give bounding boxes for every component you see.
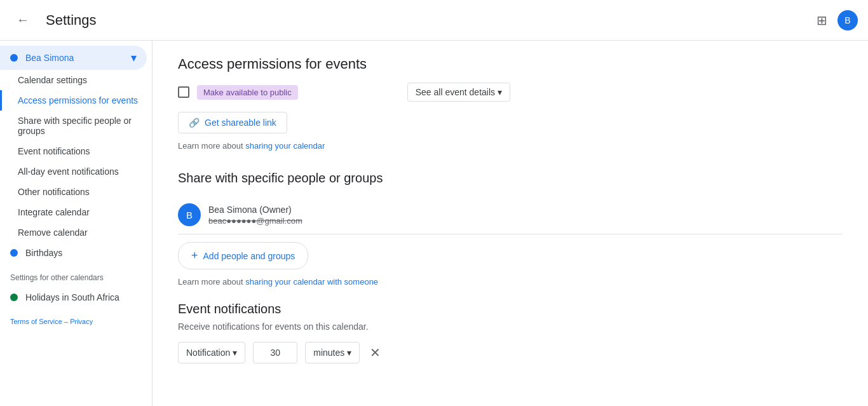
sidebar-birthdays-label: Birthdays — [25, 248, 62, 258]
notification-type-dropdown[interactable]: Notification ▾ — [178, 342, 245, 363]
privacy-link[interactable]: Privacy — [70, 318, 93, 325]
share-section: Share with specific people or groups B B… — [178, 171, 843, 287]
header-left: ← Settings — [10, 8, 97, 33]
learn-more-sharing: Learn more about sharing your calendar — [178, 141, 843, 151]
sidebar-item-allday-notifications[interactable]: All-day event notifications — [0, 161, 152, 182]
sidebar-item-other-notifications[interactable]: Other notifications — [0, 182, 152, 202]
page-title: Settings — [46, 12, 97, 29]
chevron-down-icon: ▾ — [131, 51, 137, 65]
sidebar: Bea Simona ▾ Calendar settings Access pe… — [0, 41, 153, 406]
sidebar-section-other-calendars: Settings for other calendars — [0, 263, 152, 287]
notifications-description: Receive notifications for events on this… — [178, 321, 843, 332]
sidebar-item-calendar-settings[interactable]: Calendar settings — [0, 70, 152, 90]
notification-minutes-input[interactable]: 30 — [253, 342, 297, 363]
avatar[interactable]: B — [837, 10, 858, 30]
access-permissions-title: Access permissions for events — [178, 56, 843, 72]
person-row-owner: B Bea Simona (Owner) beac●●●●●●@gmail.co… — [178, 196, 843, 234]
header-right: ⊞ B — [811, 8, 858, 33]
body: Bea Simona ▾ Calendar settings Access pe… — [0, 41, 868, 406]
header: ← Settings ⊞ B — [0, 0, 868, 41]
notification-unit-dropdown[interactable]: minutes ▾ — [305, 342, 360, 363]
back-button[interactable]: ← — [10, 8, 36, 33]
make-public-checkbox[interactable] — [178, 86, 189, 98]
sharing-with-someone-link[interactable]: sharing your calendar with someone — [245, 277, 378, 287]
sidebar-user-bea-simona[interactable]: Bea Simona ▾ — [0, 46, 147, 70]
sidebar-item-access-permissions[interactable]: Access permissions for events — [0, 90, 152, 111]
chevron-down-icon: ▾ — [233, 348, 237, 358]
owner-avatar: B — [178, 203, 201, 226]
event-details-dropdown-label: See all event details — [416, 87, 495, 97]
public-checkbox-row: Make available to public See all event d… — [178, 83, 843, 102]
sharing-calendar-link[interactable]: sharing your calendar — [245, 141, 325, 151]
notifications-section: Event notifications Receive notification… — [178, 302, 843, 363]
owner-name: Bea Simona (Owner) — [208, 205, 302, 215]
event-details-dropdown[interactable]: See all event details ▾ — [407, 83, 510, 102]
sidebar-item-holidays[interactable]: Holidays in South Africa — [0, 287, 152, 308]
owner-email: beac●●●●●●@gmail.com — [208, 216, 302, 226]
notification-row: Notification ▾ 30 minutes ▾ ✕ — [178, 342, 843, 363]
sidebar-item-remove-calendar[interactable]: Remove calendar — [0, 222, 152, 243]
learn-more-sharing-someone: Learn more about sharing your calendar w… — [178, 277, 843, 287]
main-content: Access permissions for events Make avail… — [153, 41, 868, 406]
chevron-down-icon: ▾ — [498, 87, 502, 97]
remove-notification-button[interactable]: ✕ — [367, 342, 383, 363]
sidebar-footer: Terms of Service – Privacy — [0, 308, 152, 335]
terms-of-service-link[interactable]: Terms of Service — [10, 318, 62, 325]
notification-unit-label: minutes — [313, 348, 344, 358]
user-dot-icon — [10, 54, 18, 62]
plus-icon: + — [191, 249, 198, 262]
owner-info: Bea Simona (Owner) beac●●●●●●@gmail.com — [208, 205, 302, 226]
access-permissions-section: Access permissions for events Make avail… — [178, 56, 843, 151]
share-title: Share with specific people or groups — [178, 171, 843, 186]
chevron-down-icon: ▾ — [347, 348, 351, 358]
holidays-dot-icon — [10, 294, 18, 301]
link-icon: 🔗 — [189, 118, 200, 128]
notification-type-label: Notification — [186, 348, 230, 358]
birthdays-dot-icon — [10, 249, 18, 257]
get-shareable-link-button[interactable]: 🔗 Get shareable link — [178, 112, 287, 133]
notifications-title: Event notifications — [178, 302, 843, 316]
sidebar-item-share-specific[interactable]: Share with specific people or groups — [0, 111, 152, 141]
make-public-badge: Make available to public — [197, 85, 298, 100]
back-icon: ← — [17, 13, 29, 27]
sidebar-user-name: Bea Simona — [25, 53, 123, 63]
sidebar-item-event-notifications[interactable]: Event notifications — [0, 141, 152, 161]
grid-icon[interactable]: ⊞ — [811, 8, 832, 33]
sidebar-holidays-label: Holidays in South Africa — [25, 292, 119, 302]
sidebar-item-integrate-calendar[interactable]: Integrate calendar — [0, 202, 152, 222]
sidebar-item-birthdays[interactable]: Birthdays — [0, 243, 152, 263]
add-people-button[interactable]: + Add people and groups — [178, 242, 308, 269]
